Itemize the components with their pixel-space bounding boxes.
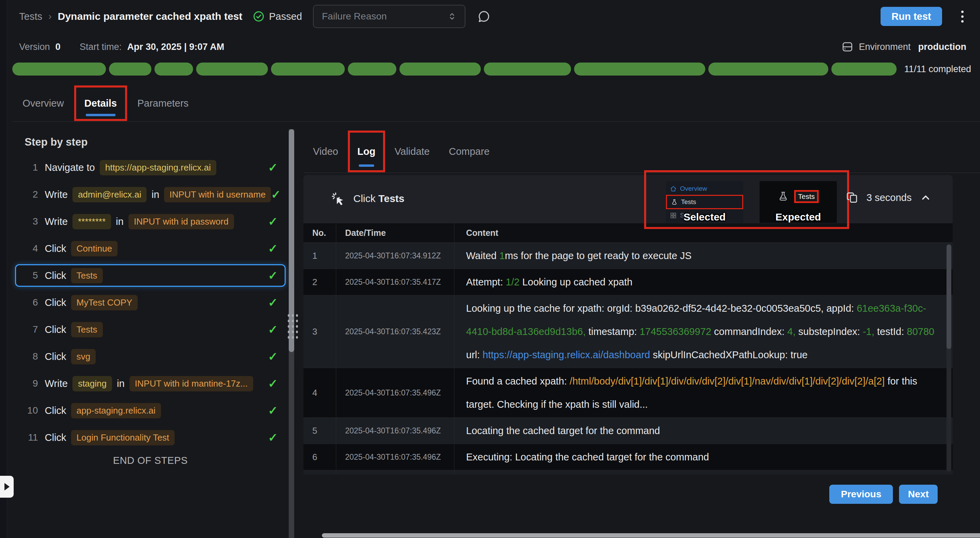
log-text: substepIndex:: [795, 326, 863, 337]
progress-segment-9: [574, 62, 705, 76]
step-word: in: [151, 189, 159, 200]
version-label: Version: [19, 42, 50, 52]
tab-label-details: Details: [84, 98, 117, 109]
log-text: Attempt:: [466, 277, 506, 288]
sidebar-expand-tab[interactable]: [0, 476, 14, 498]
detail-tab-validate[interactable]: Validate: [385, 131, 439, 172]
progress-segment-10: [708, 62, 828, 76]
more-options-kebab-icon[interactable]: [958, 8, 966, 25]
step-row-10[interactable]: 10Clickapp-staging.relicx.ai✓: [15, 401, 286, 420]
progress-segment-11: [831, 62, 897, 76]
log-row-content: Looking up the cache for xpath: orgId: b…: [455, 295, 953, 368]
step-row-6[interactable]: 6ClickMyTest COPY✓: [15, 293, 286, 312]
log-text: skipUrlInCachedXPathLookup: true: [650, 349, 807, 360]
progress-completed-text: 11/11 completed: [904, 64, 971, 75]
detail-tab-log[interactable]: Log: [348, 131, 385, 172]
step-success-check-icon: ✓: [268, 296, 282, 309]
collapse-chevron-up-icon[interactable]: [920, 192, 931, 204]
step-text: ClickTests: [45, 322, 103, 337]
step-number: 4: [24, 243, 38, 254]
step-row-4[interactable]: 4ClickContinue✓: [15, 239, 286, 258]
log-table-scrollbar-thumb[interactable]: [947, 244, 951, 349]
tabs-divider: [12, 121, 980, 122]
step-target-chip: Tests: [71, 322, 103, 337]
log-text: Executing: Locating the cached target fo…: [466, 452, 709, 462]
step-target-chip: app-staging.relicx.ai: [71, 403, 161, 419]
step-value-chip: staging: [72, 376, 112, 392]
log-row-time: 2025-04-30T16:07:35.423Z: [336, 295, 455, 368]
step-word: Write: [45, 378, 68, 389]
breadcrumb-tests[interactable]: Tests: [19, 11, 42, 22]
click-cursor-icon: [331, 192, 346, 207]
detail-tabs-divider: [304, 173, 980, 173]
step-row-11[interactable]: 11ClickLogin Functionality Test✓: [15, 428, 286, 447]
log-table-scrollbar[interactable]: [947, 244, 951, 472]
detail-tab-label-compare: Compare: [449, 146, 489, 157]
left-edge-strip: [0, 0, 7, 538]
tab-details[interactable]: Details: [74, 86, 127, 121]
steps-list: 1Navigate tohttps://app-staging.relicx.a…: [15, 158, 286, 466]
step-row-9[interactable]: 9WritestaginginINPUT with id mantine-17z…: [15, 374, 286, 393]
log-link[interactable]: https://app-staging.relicx.ai/dashboard: [482, 349, 650, 360]
tab-label-parameters: Parameters: [137, 98, 189, 109]
step-row-5[interactable]: 5ClickTests✓: [15, 264, 286, 287]
progress-row: 11/11 completed: [12, 62, 971, 76]
run-test-button[interactable]: Run test: [881, 7, 942, 26]
step-number: 3: [24, 216, 38, 227]
main-tabs: OverviewDetailsParameters: [12, 86, 199, 121]
step-success-check-icon: ✓: [268, 377, 282, 390]
step-row-1[interactable]: 1Navigate tohttps://app-staging.relicx.a…: [15, 158, 286, 177]
annotation-box-thumbnails: OverviewTestsSuites Selected Tests Expec…: [644, 170, 849, 229]
step-word: Click: [45, 270, 66, 281]
copy-icon[interactable]: [846, 191, 858, 204]
detail-tab-video[interactable]: Video: [304, 131, 348, 172]
log-text: Looking up cached xpath: [519, 277, 633, 288]
tab-parameters[interactable]: Parameters: [127, 86, 199, 121]
step-row-7[interactable]: 7ClickTests✓: [15, 320, 286, 339]
progress-segment-6: [348, 62, 396, 76]
step-value-chip: admin@relicx.ai: [72, 187, 146, 202]
step-number: 6: [24, 297, 38, 308]
step-value-chip: https://app-staging.relicx.ai: [100, 160, 216, 175]
log-text: url:: [466, 349, 482, 360]
previous-button[interactable]: Previous: [829, 485, 893, 504]
selected-thumbnail[interactable]: OverviewTestsSuites Selected: [666, 181, 743, 223]
expected-thumbnail-label: Expected: [760, 211, 837, 223]
select-chevrons-icon: [447, 11, 457, 22]
expected-thumbnail[interactable]: Tests Expected: [760, 181, 837, 223]
log-row-content: Executing: Locating the cached target fo…: [455, 444, 953, 470]
log-row-4: 42025-04-30T16:07:35.496ZFound a cached …: [304, 368, 953, 418]
environment-label: Environment: [859, 42, 911, 52]
log-row-no: 1: [304, 243, 336, 269]
progress-segment-3: [154, 62, 193, 76]
step-number: 5: [24, 270, 38, 281]
step-target-chip: Tests: [71, 268, 103, 283]
comment-bubble-icon[interactable]: [477, 10, 491, 23]
horizontal-scrollbar[interactable]: [322, 533, 980, 538]
log-row-1: 12025-04-30T16:07:34.912ZWaited 1ms for …: [304, 243, 953, 269]
step-row-2[interactable]: 2Writeadmin@relicx.aiinINPUT with id use…: [15, 185, 286, 204]
panel-resize-handle-icon[interactable]: [286, 312, 298, 340]
step-row-3[interactable]: 3Write********inINPUT with id password✓: [15, 212, 286, 231]
log-row-3: 32025-04-30T16:07:35.423ZLooking up the …: [304, 295, 953, 368]
log-row-time: 2025-04-30T16:07:35.496Z: [336, 444, 455, 470]
page-title: Dynamic parameter cached xpath test: [58, 11, 242, 22]
tab-overview[interactable]: Overview: [12, 86, 74, 121]
step-row-8[interactable]: 8Clicksvg✓: [15, 347, 286, 366]
next-button[interactable]: Next: [899, 485, 938, 504]
failure-reason-select[interactable]: Failure Reason: [313, 5, 465, 28]
log-text: Found a cached xpath:: [466, 376, 570, 387]
step-target-chip: MyTest COPY: [71, 295, 138, 310]
step-success-check-icon: ✓: [271, 188, 285, 201]
progress-segment-2: [109, 62, 151, 76]
log-row-time: 2025-04-30T16:07:34.912Z: [336, 243, 455, 269]
step-word: Click: [45, 405, 66, 416]
mini-menu-item-overview: Overview: [666, 183, 743, 195]
step-duration: 3 seconds: [867, 192, 912, 204]
mini-menu-label: Overview: [680, 185, 707, 193]
step-word: Write: [45, 189, 68, 200]
step-text: WritestaginginINPUT with id mantine-17z.…: [45, 376, 253, 392]
selected-thumbnail-label: Selected: [666, 211, 743, 223]
log-text: Waited: [466, 250, 499, 261]
detail-tab-compare[interactable]: Compare: [439, 131, 499, 172]
